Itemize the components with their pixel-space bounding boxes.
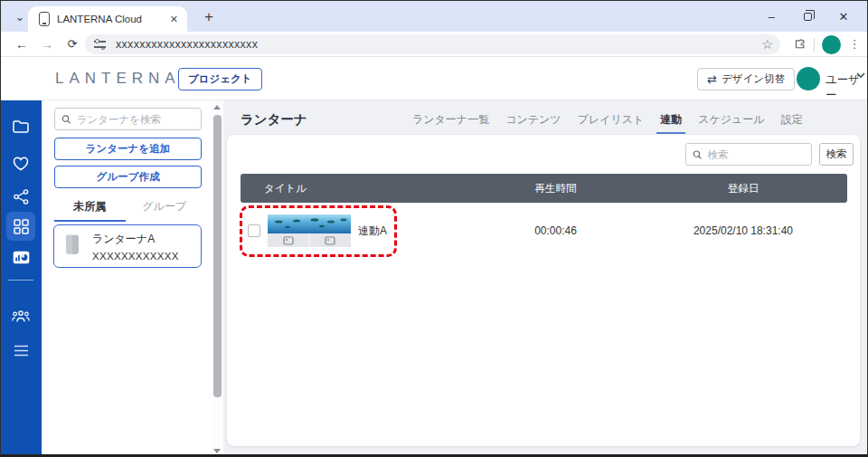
project-button[interactable]: プロジェクト xyxy=(178,68,262,90)
lanterna-device-card[interactable]: ランターナA XXXXXXXXXXXX xyxy=(53,224,202,268)
table-header: タイトル 再生時間 登録日 xyxy=(241,174,847,203)
table-row[interactable]: 連動A 00:00:46 2025/02/10 18:31:40 xyxy=(241,203,847,259)
content-search-box[interactable] xyxy=(685,143,812,166)
add-lanterna-button[interactable]: ランターナを追加 xyxy=(54,138,202,160)
close-window-button[interactable]: ✕ xyxy=(826,1,862,32)
tab-unassigned[interactable]: 未所属 xyxy=(52,194,127,222)
row-title-cell: 連動A xyxy=(241,214,472,247)
lanterna-device-icon xyxy=(63,234,81,258)
toolbar-divider xyxy=(814,38,815,52)
design-switch-button[interactable]: ⇄ デザイン切替 xyxy=(697,68,795,90)
browser-profile-avatar[interactable] xyxy=(822,35,841,54)
panel-scrollbar[interactable] xyxy=(211,100,223,457)
reload-button[interactable]: ⟳ xyxy=(62,34,82,54)
device-id: XXXXXXXXXXXX xyxy=(92,251,179,262)
tab-group[interactable]: グループ xyxy=(127,194,203,222)
device-texts: ランターナA XXXXXXXXXXXX xyxy=(92,232,179,262)
tab-schedule[interactable]: スケジュール xyxy=(698,112,764,134)
share-icon xyxy=(14,189,29,205)
row-registered: 2025/02/10 18:31:40 xyxy=(639,224,847,237)
sidebar-item-analytics[interactable] xyxy=(6,243,35,271)
search-icon xyxy=(693,149,702,160)
browser-window: ⌄ LANTERNA Cloud ✕ + – ✕ ← → ⟳ xxxxxxxxx… xyxy=(0,0,868,457)
device-name: ランターナA xyxy=(92,232,179,247)
sidebar-item-folder[interactable] xyxy=(6,111,35,140)
icon-sidebar xyxy=(1,100,42,457)
grid-icon xyxy=(14,219,29,234)
tab-rendo[interactable]: 連動 xyxy=(660,112,682,134)
forward-button[interactable]: → xyxy=(37,34,57,54)
restore-icon xyxy=(804,13,812,21)
tab-search-chevron-icon[interactable]: ⌄ xyxy=(10,7,30,27)
tab-settings[interactable]: 設定 xyxy=(781,112,803,134)
phone-favicon-icon xyxy=(39,12,50,26)
browser-toolbar: ← → ⟳ xxxxxxxxxxxxxxxxxxxxxxxx ☆ ⋮ xyxy=(1,32,867,57)
new-tab-button[interactable]: + xyxy=(198,6,220,28)
design-switch-label: デザイン切替 xyxy=(722,69,785,90)
search-button[interactable]: 検索 xyxy=(819,143,854,166)
sidebar-item-favorites[interactable] xyxy=(6,149,35,178)
tab-close-icon[interactable]: ✕ xyxy=(168,14,180,25)
sidebar-divider xyxy=(8,280,33,281)
lanterna-panel: ランターナを追加 グループ作成 未所属 グループ ランターナA XXXXXXXX… xyxy=(42,100,211,457)
address-bar[interactable]: xxxxxxxxxxxxxxxxxxxxxxxx ☆ xyxy=(85,34,780,54)
sidebar-item-lanterna[interactable] xyxy=(6,212,35,241)
extensions-icon[interactable] xyxy=(793,38,807,52)
browser-tab[interactable]: LANTERNA Cloud ✕ xyxy=(28,6,187,32)
row-checkbox[interactable] xyxy=(248,224,260,237)
main-nav-tabs: ランターナ一覧 コンテンツ プレイリスト 連動 スケジュール 設定 xyxy=(412,112,803,134)
scrollbar-thumb[interactable] xyxy=(213,115,222,397)
site-settings-icon[interactable] xyxy=(94,40,107,49)
people-icon xyxy=(12,309,30,323)
analytics-icon xyxy=(13,251,30,264)
window-controls: – ✕ xyxy=(753,1,862,32)
sidebar-item-list[interactable] xyxy=(6,336,35,365)
panel-search-input[interactable] xyxy=(77,114,194,125)
tab-playlist[interactable]: プレイリスト xyxy=(578,112,645,134)
sidebar-item-share[interactable] xyxy=(6,182,35,211)
tab-title: LANTERNA Cloud xyxy=(57,14,168,24)
back-button[interactable]: ← xyxy=(12,34,32,54)
bookmark-star-icon[interactable]: ☆ xyxy=(761,37,773,52)
logo-text: LANTERNA xyxy=(55,70,181,88)
url-text[interactable]: xxxxxxxxxxxxxxxxxxxxxxxx xyxy=(116,38,758,51)
main-content: ランターナ ランターナ一覧 コンテンツ プレイリスト 連動 スケジュール 設定 … xyxy=(223,100,867,457)
sidebar-item-users[interactable] xyxy=(6,301,35,330)
search-icon xyxy=(61,114,71,125)
tab-lanterna-list[interactable]: ランターナ一覧 xyxy=(412,112,489,134)
scroll-up-icon[interactable] xyxy=(213,105,221,109)
browser-tabstrip: ⌄ LANTERNA Cloud ✕ + – ✕ xyxy=(1,1,867,32)
browser-menu-icon[interactable]: ⋮ xyxy=(847,34,862,54)
list-icon xyxy=(14,345,29,357)
tab-contents[interactable]: コンテンツ xyxy=(505,112,561,134)
restore-button[interactable] xyxy=(789,1,826,32)
content-search-input[interactable] xyxy=(707,149,805,160)
chevron-down-icon[interactable] xyxy=(856,72,865,79)
panel-search-box[interactable] xyxy=(54,108,202,130)
minimize-button[interactable]: – xyxy=(753,1,789,32)
swap-arrows-icon: ⇄ xyxy=(707,69,717,90)
column-duration: 再生時間 xyxy=(472,182,639,195)
app-header: LANTERNA cloud プロジェクト ⇄ デザイン切替 ユーザー xyxy=(1,57,867,100)
row-title: 連動A xyxy=(358,224,387,239)
column-title: タイトル xyxy=(241,182,472,195)
row-thumbnail[interactable] xyxy=(268,214,351,247)
heart-icon xyxy=(13,157,29,171)
user-avatar[interactable] xyxy=(797,67,820,90)
page-title: ランターナ xyxy=(241,111,307,129)
content-card: 検索 タイトル 再生時間 登録日 xyxy=(227,135,860,446)
column-registered: 登録日 xyxy=(639,182,847,195)
row-duration: 00:00:46 xyxy=(472,224,639,237)
scroll-down-icon[interactable] xyxy=(213,449,221,453)
panel-tabs: 未所属 グループ xyxy=(52,194,202,222)
create-group-button[interactable]: グループ作成 xyxy=(54,166,202,188)
folder-icon xyxy=(13,119,29,133)
